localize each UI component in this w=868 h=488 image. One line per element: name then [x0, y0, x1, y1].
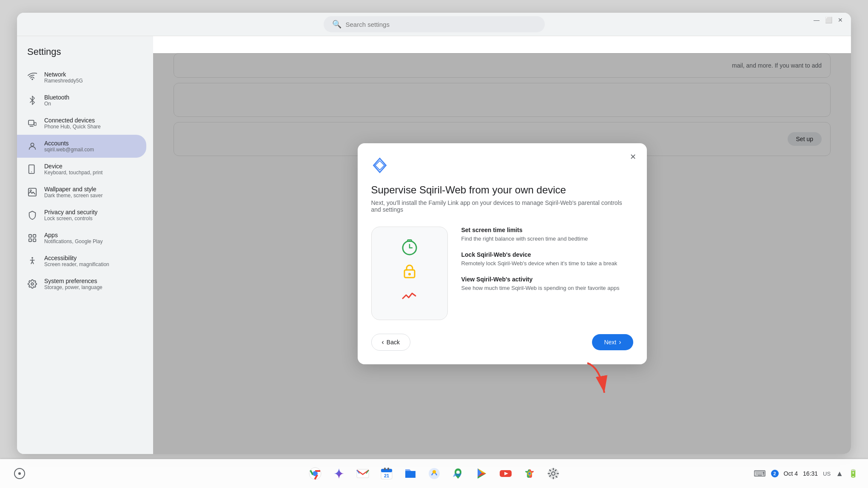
family-link-logo [371, 157, 633, 176]
notification-badge[interactable]: 2 [771, 470, 779, 477]
taskbar-date: Oct 4 [784, 470, 798, 477]
sidebar-privacy-text: Privacy and security Lock screen, contro… [44, 209, 136, 221]
supervise-modal: ✕ Supervise Sqiril-Web from your own dev… [358, 143, 647, 364]
taskbar-apps: 21 [305, 463, 563, 484]
svg-point-20 [18, 472, 21, 475]
svg-point-13 [31, 283, 34, 285]
sidebar-item-wallpaper[interactable]: Wallpaper and style Dark theme, screen s… [17, 181, 146, 204]
sidebar-apps-text: Apps Notifications, Google Play [44, 232, 136, 244]
search-icon: 🔍 [332, 20, 342, 29]
app-chrome[interactable] [305, 463, 325, 484]
app-photos[interactable] [519, 463, 540, 484]
app-gmail[interactable] [353, 463, 373, 484]
app-youtube[interactable] [495, 463, 516, 484]
svg-rect-9 [33, 235, 36, 237]
devices-icon [27, 118, 37, 128]
svg-point-36 [528, 472, 531, 475]
sidebar-accounts-text: Accounts sqiril.web@gmail.com [44, 140, 136, 153]
search-bar[interactable]: 🔍 [324, 16, 545, 32]
feature-lock-device: Lock Sqiril-Web's device Remotely lock S… [461, 251, 633, 267]
desktop: 🔍 — ⬜ ✕ Settings Network [0, 0, 868, 488]
sidebar-bluetooth-text: Bluetooth On [44, 94, 136, 107]
sidebar-item-bluetooth[interactable]: Bluetooth On [17, 89, 146, 112]
battery-icon: 🔋 [848, 469, 858, 478]
sidebar-network-text: Network Rameshreddy5G [44, 71, 136, 84]
svg-point-3 [31, 143, 34, 146]
wifi-icon [27, 72, 37, 82]
settings-window: 🔍 — ⬜ ✕ Settings Network [17, 13, 851, 454]
accessibility-icon [27, 256, 37, 266]
svg-point-5 [31, 172, 32, 173]
sidebar-item-device[interactable]: Device Keyboard, touchpad, print [17, 158, 146, 181]
svg-text:21: 21 [384, 473, 389, 478]
svg-point-7 [30, 190, 32, 192]
sidebar-accessibility-text: Accessibility Screen reader, magnificati… [44, 255, 136, 267]
sidebar-item-accessibility[interactable]: Accessibility Screen reader, magnificati… [17, 250, 146, 272]
sidebar-item-system[interactable]: System preferences Storage, power, langu… [17, 272, 146, 295]
modal-close-button[interactable]: ✕ [626, 150, 640, 164]
maximize-button[interactable]: ⬜ [825, 16, 832, 24]
next-chevron-icon: › [619, 338, 621, 346]
red-arrow-annotation [579, 359, 613, 403]
privacy-icon [27, 210, 37, 220]
svg-point-23 [313, 471, 317, 476]
sidebar-wallpaper-text: Wallpaper and style Dark theme, screen s… [44, 186, 136, 199]
sidebar-item-network[interactable]: Network Rameshreddy5G [17, 66, 146, 89]
svg-rect-26 [381, 469, 392, 472]
sidebar-item-connected-devices[interactable]: Connected devices Phone Hub, Quick Share [17, 112, 146, 135]
main-content: mail, and more. If you want to add Set u… [153, 36, 851, 454]
app-playstore[interactable] [472, 463, 492, 484]
window-topbar: 🔍 — ⬜ ✕ [17, 13, 851, 36]
svg-point-17 [408, 273, 411, 275]
taskbar: 21 [0, 459, 868, 488]
app-maps[interactable] [448, 463, 468, 484]
system-icon [27, 279, 37, 289]
svg-point-31 [433, 470, 436, 474]
sidebar-item-privacy[interactable]: Privacy and security Lock screen, contro… [17, 204, 146, 227]
app-settings[interactable] [543, 463, 563, 484]
svg-rect-28 [387, 468, 389, 470]
taskbar-time: 16:31 [803, 470, 818, 477]
taskbar-left [10, 464, 29, 483]
svg-rect-2 [34, 122, 37, 125]
search-input[interactable] [346, 21, 536, 28]
features-list: Set screen time limits Find the right ba… [461, 227, 633, 320]
minimize-button[interactable]: — [813, 16, 820, 24]
sidebar-device-text: Device Keyboard, touchpad, print [44, 163, 136, 176]
bluetooth-icon [27, 95, 37, 105]
app-gemini[interactable] [329, 463, 349, 484]
svg-point-0 [31, 79, 33, 80]
sidebar-devices-text: Connected devices Phone Hub, Quick Share [44, 117, 136, 130]
phone-illustration [371, 227, 448, 320]
svg-point-32 [456, 471, 460, 474]
modal-footer: ‹ Back Next › [371, 334, 633, 351]
modal-body: Set screen time limits Find the right ba… [371, 227, 633, 320]
account-icon [27, 141, 37, 151]
app-files[interactable] [400, 463, 421, 484]
settings-title: Settings [17, 43, 153, 66]
lock-icon [400, 261, 419, 284]
modal-overlay: ✕ Supervise Sqiril-Web from your own dev… [153, 53, 851, 454]
sidebar-item-apps[interactable]: Apps Notifications, Google Play [17, 227, 146, 250]
back-button[interactable]: ‹ Back [371, 334, 410, 351]
back-chevron-icon: ‹ [382, 338, 384, 346]
sidebar-item-accounts[interactable]: Accounts sqiril.web@gmail.com [17, 135, 146, 158]
taskbar-locale: US [823, 471, 831, 477]
svg-rect-10 [29, 239, 31, 241]
activity-icon [400, 286, 419, 309]
feature-screen-time: Set screen time limits Find the right ba… [461, 227, 633, 243]
close-button[interactable]: ✕ [837, 16, 844, 24]
modal-title: Supervise Sqiril-Web from your own devic… [371, 184, 633, 196]
next-button[interactable]: Next › [592, 334, 633, 350]
app-assistant[interactable] [424, 463, 444, 484]
modal-subtitle: Next, you'll install the Family Link app… [371, 199, 633, 213]
launcher-button[interactable] [10, 464, 29, 483]
svg-rect-27 [384, 468, 386, 470]
window-body: Settings Network Rameshreddy5G [17, 36, 851, 454]
app-calendar[interactable]: 21 [376, 463, 397, 484]
apps-icon [27, 233, 37, 243]
svg-rect-11 [33, 239, 36, 241]
svg-rect-1 [28, 120, 34, 125]
wifi-status-icon: ▲ [836, 469, 843, 478]
sidebar-system-text: System preferences Storage, power, langu… [44, 278, 136, 290]
